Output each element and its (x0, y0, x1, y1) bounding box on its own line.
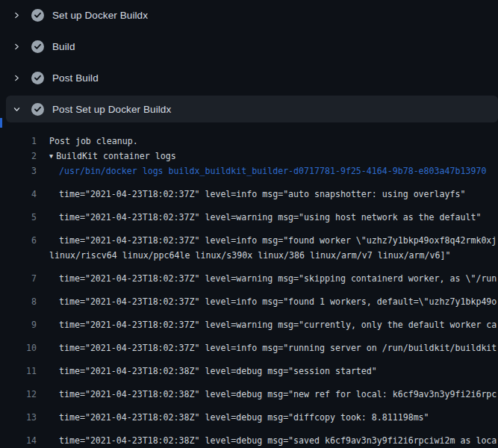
log-line: 13 time="2021-04-23T18:02:38Z" level=deb… (0, 410, 498, 425)
actions-job-log-viewer: Set up Docker Buildx Build (0, 0, 498, 448)
log-line: 2 ▼ BuildKit container logs (0, 149, 498, 164)
step-row[interactable]: Post Set up Docker Buildx (0, 96, 498, 125)
step-label: Post Build (52, 72, 99, 84)
log-line-number[interactable]: 11 (0, 364, 37, 379)
log-line: 8 time="2021-04-23T18:02:37Z" level=info… (0, 294, 498, 309)
log-line-text: time="2021-04-23T18:02:38Z" level=debug … (59, 410, 429, 425)
log-line-text: time="2021-04-23T18:02:38Z" level=debug … (59, 364, 377, 379)
log-line: 7 time="2021-04-23T18:02:37Z" level=warn… (0, 271, 498, 286)
log-line-text: time="2021-04-23T18:02:37Z" level=info m… (59, 340, 497, 355)
log-line-number[interactable]: 14 (0, 433, 37, 448)
step-label: Post Set up Docker Buildx (52, 104, 171, 115)
step-row[interactable]: Post Build (0, 64, 498, 94)
log-line-text: linux/riscv64 linux/ppc64le linux/s390x … (49, 248, 450, 263)
log-line-text: time="2021-04-23T18:02:37Z" level=info m… (59, 233, 497, 248)
chevron-right-icon[interactable] (10, 40, 22, 52)
log-line-number[interactable]: 13 (0, 410, 37, 425)
log-line-text: time="2021-04-23T18:02:37Z" level=info m… (59, 187, 465, 202)
step-row-inner[interactable]: Post Build (6, 64, 498, 91)
log-line-text: time="2021-04-23T18:02:37Z" level=warnin… (59, 210, 481, 225)
log-line-number (0, 248, 37, 263)
chevron-right-icon[interactable] (10, 72, 22, 84)
active-step-edge-indicator (0, 118, 2, 128)
step-row-inner[interactable]: Set up Docker Buildx (6, 1, 498, 28)
log-line-text: BuildKit container logs (56, 149, 176, 164)
log-line-text: Post job cleanup. (49, 134, 138, 149)
log-line: 10 time="2021-04-23T18:02:37Z" level=inf… (0, 340, 498, 355)
log-line-number[interactable]: 4 (0, 187, 37, 202)
step-label: Build (52, 41, 75, 52)
log-line-number[interactable]: 3 (0, 164, 37, 178)
check-circle-icon (31, 72, 44, 84)
log-line-text: time="2021-04-23T18:02:37Z" level=info m… (59, 294, 497, 309)
log-line-text: time="2021-04-23T18:02:38Z" level=debug … (59, 433, 497, 448)
log-line-number[interactable]: 2 (0, 149, 37, 164)
steps-list: Set up Docker Buildx Build (0, 1, 498, 125)
log-line-number[interactable]: 7 (0, 271, 37, 286)
log-line-text: time="2021-04-23T18:02:37Z" level=warnin… (59, 271, 497, 286)
step-label: Set up Docker Buildx (52, 10, 148, 21)
log-group-toggle-icon[interactable]: ▼ (49, 149, 53, 164)
step-row-inner[interactable]: Post Set up Docker Buildx (6, 96, 498, 122)
log-line-text: /usr/bin/docker logs buildx_buildkit_bui… (59, 164, 486, 178)
log-line: 11 time="2021-04-23T18:02:38Z" level=deb… (0, 364, 498, 379)
log-line: 9 time="2021-04-23T18:02:37Z" level=warn… (0, 317, 498, 332)
log-line: 6 time="2021-04-23T18:02:37Z" level=info… (0, 233, 498, 248)
check-circle-icon (31, 9, 44, 22)
log-line-number[interactable]: 6 (0, 233, 37, 248)
log-line-number[interactable]: 10 (0, 340, 37, 355)
log-line-number[interactable]: 5 (0, 210, 37, 225)
chevron-right-icon[interactable] (10, 9, 22, 21)
log-line: 5 time="2021-04-23T18:02:37Z" level=warn… (0, 210, 498, 225)
chevron-down-icon[interactable] (10, 103, 22, 115)
log-line: 12 time="2021-04-23T18:02:38Z" level=deb… (0, 387, 498, 402)
log-line-text: time="2021-04-23T18:02:37Z" level=warnin… (59, 317, 497, 332)
log-line: linux/riscv64 linux/ppc64le linux/s390x … (0, 248, 498, 263)
log-line-number[interactable]: 12 (0, 387, 37, 402)
check-circle-icon (31, 40, 44, 53)
step-row-inner[interactable]: Build (6, 33, 498, 60)
log-line-text: time="2021-04-23T18:02:38Z" level=debug … (59, 387, 497, 402)
log-line-number[interactable]: 9 (0, 317, 37, 332)
check-circle-icon (31, 103, 44, 116)
log-area: 1 Post job cleanup. 2 ▼ BuildKit contain… (0, 134, 498, 448)
log-line-number[interactable]: 1 (0, 134, 37, 149)
step-row[interactable]: Build (0, 33, 498, 63)
log-line-number[interactable]: 8 (0, 294, 37, 309)
log-line: 4 time="2021-04-23T18:02:37Z" level=info… (0, 187, 498, 202)
step-row[interactable]: Set up Docker Buildx (0, 1, 498, 31)
log-line: 1 Post job cleanup. (0, 134, 498, 149)
log-line: 14 time="2021-04-23T18:02:38Z" level=deb… (0, 433, 498, 448)
log-line: 3 /usr/bin/docker logs buildx_buildkit_b… (0, 164, 498, 178)
